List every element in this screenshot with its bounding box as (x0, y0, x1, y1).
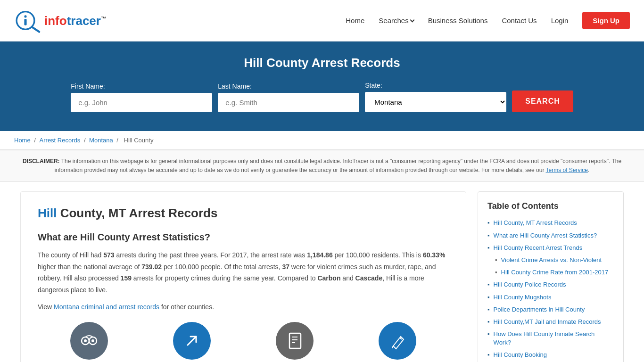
breadcrumb-hill-county: Hill County (124, 137, 154, 144)
scroll-icon (276, 322, 314, 360)
toc-link[interactable]: Hill County,MT Jail and Inmate Records (494, 318, 601, 326)
toc-link[interactable]: How Does Hill County Inmate Search Work? (494, 330, 614, 347)
svg-rect-9 (289, 333, 301, 348)
first-name-input[interactable] (71, 93, 212, 112)
site-header: infotracer™ Home Searches Business Solut… (0, 0, 644, 41)
disclaimer-label: DISCLAIMER: (23, 158, 60, 165)
toc-item: What are Hill County Arrest Statistics? (487, 231, 614, 240)
toc-item: Hill County, MT Arrest Records (487, 219, 614, 227)
breadcrumb: Home / Arrest Records / Montana / Hill C… (0, 131, 644, 150)
first-name-label: First Name: (71, 82, 105, 90)
disclaimer-bar: DISCLAIMER: The information on this webp… (0, 150, 644, 182)
nav-business-solutions[interactable]: Business Solutions (428, 16, 488, 25)
search-button[interactable]: SEARCH (512, 90, 573, 112)
svg-line-1 (32, 27, 39, 32)
hero-title: Hill County Arrest Records (9, 56, 635, 70)
toc-link[interactable]: What are Hill County Arrest Statistics? (494, 231, 597, 240)
svg-point-2 (24, 15, 26, 17)
breadcrumb-home[interactable]: Home (14, 137, 31, 144)
arrow-icon (173, 322, 211, 360)
breadcrumb-sep1: / (34, 137, 37, 144)
state-group: State: AlabamaAlaskaArizonaArkansasCalif… (365, 82, 506, 112)
page-main-title: Hill County, MT Arrest Records (38, 206, 449, 221)
toc-link[interactable]: Hill County, MT Arrest Records (494, 219, 577, 227)
hero-section: Hill County Arrest Records First Name: L… (0, 41, 644, 131)
toc-item: Police Departments in Hill County (487, 305, 614, 314)
last-name-input[interactable] (218, 93, 359, 112)
title-highlight: Hill (38, 206, 57, 220)
content-right: Table of Contents Hill County, MT Arrest… (478, 191, 624, 362)
toc-item: Hill County Police Records (487, 280, 614, 289)
terms-of-service-link[interactable]: Terms of Service (546, 167, 588, 173)
toc-link[interactable]: Violent Crime Arrests vs. Non-Violent (501, 256, 602, 264)
last-name-group: Last Name: (218, 82, 359, 112)
nav-contact-us[interactable]: Contact Us (502, 16, 537, 25)
body-paragraph-1: The county of Hill had 573 arrests durin… (38, 249, 449, 296)
logo[interactable]: infotracer™ (14, 8, 106, 33)
nav-home[interactable]: Home (346, 16, 364, 25)
view-records-line: View Montana criminal and arrest records… (38, 303, 449, 311)
icon-item-arrow (173, 322, 211, 360)
toc-link[interactable]: Police Departments in Hill County (494, 305, 585, 314)
nav-searches[interactable]: Searches (379, 16, 413, 25)
icon-item-pen (379, 322, 416, 360)
toc-link[interactable]: Hill County Booking (494, 351, 547, 359)
pen-icon (379, 322, 416, 360)
content-left: Hill County, MT Arrest Records What are … (20, 191, 466, 362)
svg-point-8 (91, 339, 94, 342)
main-nav: Home Searches Business Solutions Contact… (346, 12, 630, 29)
search-form: First Name: Last Name: State: AlabamaAla… (9, 82, 635, 112)
toc-link[interactable]: Hill County Crime Rate from 2001-2017 (501, 268, 609, 277)
svg-rect-3 (24, 19, 26, 25)
disclaimer-text: The information on this webpage is for g… (55, 158, 621, 173)
toc-item: Hill County Booking (487, 351, 614, 359)
view-montana-link[interactable]: Montana criminal and arrest records (54, 303, 159, 311)
breadcrumb-sep3: / (116, 137, 120, 144)
last-name-label: Last Name: (218, 82, 252, 90)
toc-link[interactable]: Hill County Recent Arrest Trends (494, 244, 583, 252)
breadcrumb-montana[interactable]: Montana (89, 137, 113, 144)
svg-line-13 (392, 346, 393, 348)
toc-item: How Does Hill County Inmate Search Work? (487, 330, 614, 347)
state-select[interactable]: AlabamaAlaskaArizonaArkansasCaliforniaCo… (365, 92, 506, 112)
toc-list: Hill County, MT Arrest RecordsWhat are H… (487, 219, 614, 359)
toc-item: Hill County Recent Arrest Trends (487, 244, 614, 252)
breadcrumb-sep2: / (84, 137, 87, 144)
nav-login[interactable]: Login (551, 16, 569, 25)
toc-item: Violent Crime Arrests vs. Non-Violent (487, 256, 614, 264)
toc-item: Hill County,MT Jail and Inmate Records (487, 318, 614, 326)
first-name-group: First Name: (71, 82, 212, 112)
toc-item: Hill County Mugshots (487, 293, 614, 302)
main-content: Hill County, MT Arrest Records What are … (11, 182, 633, 362)
table-of-contents: Table of Contents Hill County, MT Arrest… (478, 191, 624, 362)
icons-row (38, 322, 449, 360)
section1-title: What are Hill County Arrest Statistics? (38, 232, 449, 243)
handcuffs-icon (70, 322, 108, 360)
title-rest: County, MT Arrest Records (57, 206, 217, 220)
toc-item: Hill County Crime Rate from 2001-2017 (487, 268, 614, 277)
toc-link[interactable]: Hill County Police Records (494, 280, 566, 289)
nav-signup-button[interactable]: Sign Up (582, 12, 630, 29)
breadcrumb-arrest-records[interactable]: Arrest Records (40, 137, 81, 144)
toc-link[interactable]: Hill County Mugshots (494, 293, 552, 302)
toc-title: Table of Contents (487, 201, 614, 211)
state-label: State: (365, 82, 382, 89)
chevron-down-icon (410, 18, 414, 23)
svg-point-7 (84, 339, 87, 342)
icon-item-scroll (276, 322, 314, 360)
icon-item-handcuffs (70, 322, 108, 360)
